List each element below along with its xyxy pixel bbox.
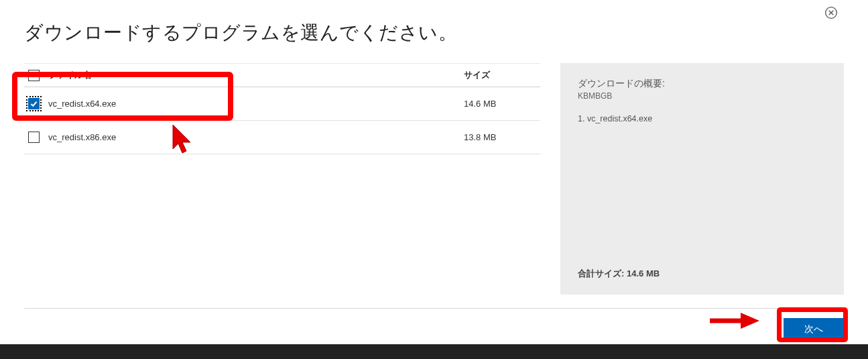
file-size: 14.6 MB (462, 99, 540, 109)
col-header-size: サイズ (462, 69, 540, 81)
close-button[interactable] (824, 5, 839, 20)
bottom-bar: 次へ (24, 308, 844, 341)
file-size: 13.8 MB (462, 132, 540, 142)
summary-units: KBMBGB (578, 91, 826, 101)
close-icon (824, 6, 838, 19)
table-header-row: ファイル名 サイズ (24, 63, 540, 87)
next-button[interactable]: 次へ (784, 318, 844, 341)
file-name: vc_redist.x86.exe (47, 132, 462, 142)
file-table: ファイル名 サイズ vc_redist.x64.exe 14.6 MB (24, 63, 540, 295)
col-header-name: ファイル名 (47, 69, 462, 81)
total-label: 合計サイズ: (578, 268, 624, 278)
row-checkbox[interactable] (28, 132, 40, 143)
page-title: ダウンロードするプログラムを選んでください。 (24, 20, 844, 46)
row-checkbox[interactable] (28, 98, 40, 109)
summary-item: 1. vc_redist.x64.exe (578, 114, 826, 123)
total-value: 14.6 MB (627, 268, 660, 278)
select-all-checkbox[interactable] (28, 70, 40, 81)
page-footer-strip (0, 344, 868, 359)
summary-heading: ダウンロードの概要: (578, 78, 826, 90)
table-row[interactable]: vc_redist.x64.exe 14.6 MB (24, 87, 540, 121)
file-name: vc_redist.x64.exe (47, 99, 462, 109)
check-icon (29, 99, 38, 108)
summary-panel: ダウンロードの概要: KBMBGB 1. vc_redist.x64.exe 合… (560, 63, 844, 295)
summary-total: 合計サイズ: 14.6 MB (578, 268, 660, 280)
table-row[interactable]: vc_redist.x86.exe 13.8 MB (24, 121, 540, 154)
